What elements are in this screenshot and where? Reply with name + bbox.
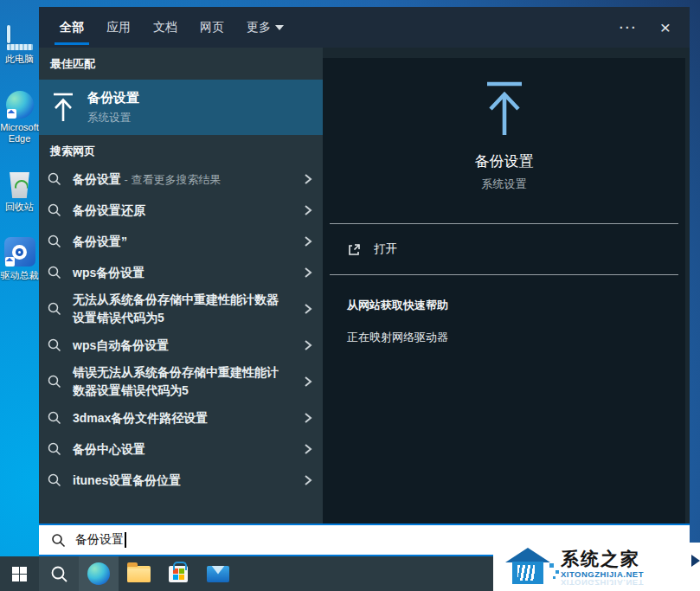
search-icon [47, 338, 62, 352]
tab-all[interactable]: 全部 [60, 7, 84, 48]
result-text: 3dmax备份文件路径设置 [73, 409, 208, 427]
search-result-item[interactable]: 无法从系统备份存储中重建性能计数器设置错误代码为5 [39, 288, 323, 330]
result-text: 错误无法从系统备份存储中重建性能计数器设置错误代码为5 [73, 363, 280, 400]
preview-subtitle: 系统设置 [323, 177, 685, 192]
edge-icon [6, 84, 34, 119]
start-button[interactable] [0, 556, 39, 591]
desktop-icon-label: 回收站 [0, 202, 39, 213]
taskbar-edge-button[interactable] [79, 556, 119, 591]
tab-label: 网页 [200, 20, 224, 35]
chevron-right-icon[interactable] [304, 443, 312, 455]
backup-up-arrow-icon [39, 92, 87, 123]
search-icon [47, 266, 62, 279]
quick-help-header: 从网站获取快速帮助 [347, 298, 685, 313]
result-text: 备份中心设置 [73, 440, 145, 459]
chevron-right-icon[interactable] [304, 235, 312, 247]
taskbar-store-button[interactable] [158, 556, 198, 591]
search-result-item[interactable]: 备份设置还原 [39, 195, 323, 226]
open-action[interactable]: 打开 [323, 224, 685, 274]
desktop-icon-this-pc[interactable]: 此电脑 [0, 16, 39, 65]
windows-logo-icon [12, 567, 27, 581]
chevron-right-icon[interactable] [304, 173, 312, 185]
tab-label: 应用 [106, 20, 131, 35]
search-icon [51, 533, 66, 548]
web-search-header: 搜索网页 [50, 144, 323, 159]
result-text: 备份设置” [73, 233, 127, 251]
tab-label: 更多 [247, 20, 271, 35]
search-icon [47, 473, 62, 487]
taskbar-file-explorer-button[interactable] [119, 556, 158, 591]
taskbar-mail-button[interactable] [198, 556, 238, 591]
search-icon [47, 172, 62, 186]
search-result-item[interactable]: wps备份设置 [39, 257, 323, 288]
chevron-right-icon[interactable] [304, 412, 312, 424]
desktop-icon-label: 此电脑 [0, 54, 39, 65]
desktop-icon-strip: 此电脑 Microsoft Edge 回收站 驱动总裁 [0, 16, 39, 300]
tab-documents[interactable]: 文档 [153, 7, 177, 48]
chevron-right-icon[interactable] [304, 204, 312, 216]
search-result-item[interactable]: 备份中心设置 [39, 434, 323, 465]
search-result-item[interactable]: 错误无法从系统备份存储中重建性能计数器设置错误代码为5 [39, 361, 323, 402]
quick-help-item[interactable]: 正在映射网络驱动器 [347, 330, 685, 345]
preview-card: 备份设置 系统设置 打开 从网站获 [323, 58, 685, 524]
search-icon [50, 565, 68, 583]
desktop-icon-label: Microsoft Edge [0, 122, 39, 145]
search-icon [47, 302, 62, 316]
desktop-icon-edge[interactable]: Microsoft Edge [0, 84, 39, 145]
watermark-title: 系统之家 [561, 549, 644, 569]
backup-up-arrow-icon-large [323, 58, 685, 138]
chevron-right-icon[interactable] [304, 474, 312, 486]
search-icon [47, 203, 62, 217]
result-text: itunes设置备份位置 [73, 472, 181, 490]
search-result-item[interactable]: wps自动备份设置 [39, 330, 323, 361]
recycle-bin-icon [9, 164, 31, 198]
chevron-right-icon[interactable] [304, 339, 312, 351]
search-icon [47, 234, 62, 248]
best-match-title: 备份设置 [87, 90, 139, 106]
tab-label: 全部 [60, 20, 84, 35]
watermark-url-reflection: XITONGZHIJIA.NET [561, 579, 644, 586]
driver-app-icon [4, 232, 35, 267]
tab-web[interactable]: 网页 [200, 7, 224, 48]
search-result-item[interactable]: itunes设置备份位置 [39, 465, 323, 496]
search-result-item[interactable]: 备份设置” [39, 226, 323, 257]
chevron-down-icon [275, 25, 284, 30]
close-icon[interactable]: × [660, 18, 671, 36]
search-result-item[interactable]: 3dmax备份文件路径设置 [39, 402, 323, 434]
watermark-arrow-icon [691, 555, 700, 567]
xitongzhijia-logo-icon [504, 548, 552, 586]
result-text: 备份设置还原 [73, 202, 145, 220]
search-result-item[interactable]: 备份设置 - 查看更多搜索结果 [39, 164, 323, 195]
search-filter-bar: 全部应用文档网页更多 ··· × [39, 7, 690, 48]
results-column: 最佳匹配 备份设置 系统设置 搜索网页 备份设置 - [39, 48, 323, 524]
file-explorer-icon [127, 566, 151, 582]
shortcut-arrow-icon [7, 109, 16, 119]
tab-more[interactable]: 更多 [247, 7, 284, 48]
desktop-icon-driver-app[interactable]: 驱动总裁 [0, 232, 39, 281]
result-text: 无法从系统备份存储中重建性能计数器设置错误代码为5 [73, 291, 280, 327]
chevron-right-icon[interactable] [304, 376, 312, 388]
search-filter-tabs: 全部应用文档网页更多 [60, 7, 284, 48]
mail-icon [207, 566, 229, 582]
edge-icon [87, 562, 110, 585]
search-icon [47, 442, 62, 456]
preview-title: 备份设置 [323, 151, 685, 171]
search-icon [47, 375, 62, 389]
windows-search-panel: 全部应用文档网页更多 ··· × 最佳匹配 [39, 7, 690, 556]
watermark-badge: 系统之家 XITONGZHIJIA.NET XITONGZHIJIA.NET [493, 543, 700, 591]
search-input-value[interactable]: 备份设置 [75, 532, 124, 548]
open-external-icon [347, 242, 362, 257]
tab-apps[interactable]: 应用 [106, 7, 131, 48]
more-options-button[interactable]: ··· [620, 20, 638, 35]
search-panel-content: 最佳匹配 备份设置 系统设置 搜索网页 备份设置 - [39, 48, 690, 524]
desktop-icon-label: 驱动总裁 [0, 270, 39, 281]
chevron-right-icon[interactable] [304, 303, 312, 315]
microsoft-store-icon [169, 566, 188, 582]
desktop-icon-recycle-bin[interactable]: 回收站 [0, 164, 39, 213]
taskbar-search-button[interactable] [39, 556, 79, 591]
chevron-right-icon[interactable] [304, 267, 312, 279]
tab-label: 文档 [153, 20, 177, 35]
watermark-url: XITONGZHIJIA.NET [561, 569, 644, 579]
best-match-item[interactable]: 备份设置 系统设置 [39, 80, 323, 135]
divider [330, 274, 678, 275]
